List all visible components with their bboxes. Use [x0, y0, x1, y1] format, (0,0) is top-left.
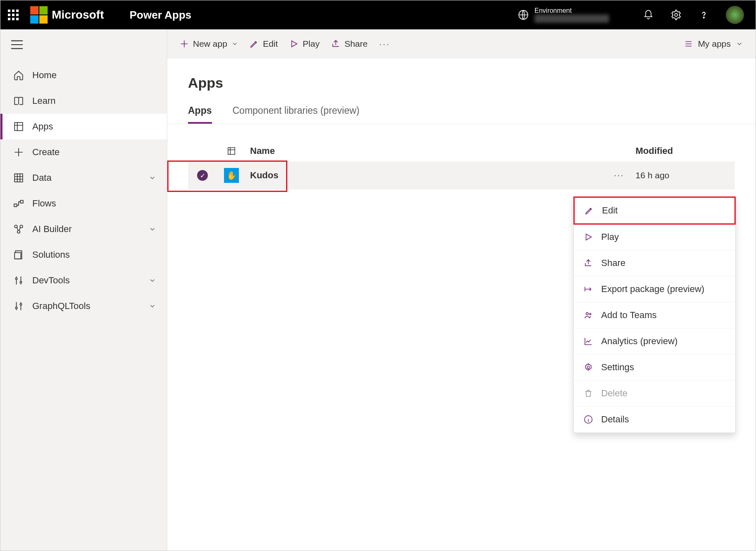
plus-icon	[180, 39, 189, 48]
notifications-icon[interactable]	[643, 10, 654, 20]
info-icon	[583, 415, 594, 424]
ctx-label: Delete	[601, 388, 628, 399]
ctx-details[interactable]: Details	[574, 407, 735, 433]
sidebar-item-create[interactable]: Create	[0, 139, 167, 165]
ctx-label: Export package (preview)	[601, 284, 704, 295]
row-more-button[interactable]: ···	[602, 170, 636, 181]
ctx-export[interactable]: Export package (preview)	[574, 276, 735, 302]
environment-picker[interactable]: Environment	[518, 7, 609, 23]
tab-apps[interactable]: Apps	[188, 99, 212, 124]
pencil-icon	[584, 206, 595, 215]
export-icon	[583, 285, 594, 294]
view-selector[interactable]: My apps	[684, 39, 743, 49]
sidebar-item-label: DevTools	[32, 275, 70, 286]
sidebar-item-label: Flows	[32, 198, 56, 209]
edit-button[interactable]: Edit	[250, 39, 278, 49]
tab-component-libraries[interactable]: Component libraries (preview)	[233, 99, 360, 124]
teams-icon	[583, 311, 594, 320]
cmd-label: Edit	[263, 39, 278, 49]
sidebar-item-learn[interactable]: Learn	[0, 88, 167, 114]
context-menu: Edit Play Share Export package (preview)…	[573, 196, 736, 433]
ctx-label: Analytics (preview)	[601, 336, 678, 347]
view-label: My apps	[698, 39, 731, 49]
svg-point-19	[587, 366, 590, 369]
pencil-icon	[250, 39, 259, 48]
ctx-share[interactable]: Share	[574, 250, 735, 276]
help-icon[interactable]	[698, 10, 709, 20]
share-icon	[583, 259, 594, 268]
ctx-play[interactable]: Play	[574, 224, 735, 250]
cmd-label: Share	[344, 39, 368, 49]
app-name[interactable]: Kudos	[246, 170, 602, 181]
checkmark-icon[interactable]: ✓	[197, 170, 208, 181]
ctx-label: Settings	[601, 362, 634, 373]
sidebar-item-label: Apps	[32, 121, 53, 132]
chevron-down-icon	[231, 41, 238, 47]
top-bar: Microsoft Power Apps Environment	[0, 0, 756, 29]
svg-point-17	[586, 313, 589, 315]
tabs: Apps Component libraries (preview)	[167, 99, 756, 124]
app-modified: 16 h ago	[636, 170, 735, 180]
sidebar-item-label: Data	[32, 172, 51, 183]
table-row[interactable]: ✓ ✋ Kudos ··· 16 h ago	[188, 161, 735, 189]
sidebar-item-graphqltools[interactable]: GraphQLTools	[0, 293, 167, 319]
sidebar-item-apps[interactable]: Apps	[0, 114, 167, 139]
sidebar-item-solutions[interactable]: Solutions	[0, 242, 167, 268]
sidebar-item-home[interactable]: Home	[0, 62, 167, 88]
svg-point-14	[15, 307, 17, 309]
chevron-down-icon	[149, 225, 156, 233]
svg-point-18	[590, 313, 591, 315]
chevron-down-icon	[736, 40, 743, 48]
app-launcher-icon[interactable]	[8, 10, 19, 20]
svg-rect-5	[14, 204, 17, 207]
chevron-down-icon	[149, 302, 156, 310]
cmd-label: Play	[303, 39, 320, 49]
app-icon: ✋	[224, 168, 239, 183]
sidebar: Home Learn Apps Create Data Flows AI Bui…	[0, 29, 167, 551]
product-name: Power Apps	[130, 9, 191, 22]
chevron-down-icon	[149, 174, 156, 182]
sidebar-item-devtools[interactable]: DevTools	[0, 268, 167, 293]
globe-icon	[518, 10, 529, 20]
ctx-label: Edit	[602, 205, 618, 216]
sidebar-item-data[interactable]: Data	[0, 165, 167, 191]
sidebar-item-label: Learn	[32, 96, 55, 106]
col-header-name[interactable]: Name	[246, 146, 602, 156]
gear-icon	[583, 363, 594, 372]
ctx-settings[interactable]: Settings	[574, 355, 735, 381]
ctx-teams[interactable]: Add to Teams	[574, 302, 735, 328]
ctx-analytics[interactable]: Analytics (preview)	[574, 328, 735, 355]
ctx-label: Play	[601, 232, 619, 242]
list-icon	[684, 39, 693, 48]
environment-value	[534, 14, 609, 23]
microsoft-logo[interactable]: Microsoft	[30, 6, 104, 24]
svg-point-2	[703, 17, 704, 18]
environment-label: Environment	[534, 7, 609, 14]
svg-rect-11	[14, 253, 21, 259]
share-icon	[331, 39, 340, 48]
svg-point-15	[20, 304, 22, 305]
main-content: New app Edit Play Share ··· My apps Apps…	[167, 29, 756, 551]
svg-rect-6	[20, 200, 23, 203]
play-button[interactable]: Play	[289, 39, 320, 49]
share-button[interactable]: Share	[331, 39, 368, 49]
play-icon	[289, 39, 299, 48]
play-icon	[583, 232, 594, 242]
svg-point-12	[15, 278, 17, 280]
new-app-button[interactable]: New app	[180, 39, 238, 49]
sidebar-item-flows[interactable]: Flows	[0, 191, 167, 216]
hamburger-icon[interactable]	[0, 34, 167, 55]
avatar[interactable]	[726, 6, 744, 24]
settings-icon[interactable]	[670, 9, 682, 21]
svg-rect-16	[228, 148, 235, 155]
sidebar-item-ai-builder[interactable]: AI Builder	[0, 216, 167, 242]
cmd-label: New app	[193, 39, 227, 49]
svg-point-13	[20, 281, 22, 283]
ctx-edit[interactable]: Edit	[573, 196, 736, 225]
ctx-label: Details	[601, 414, 629, 425]
ctx-delete: Delete	[574, 381, 735, 407]
col-header-modified[interactable]: Modified	[636, 146, 735, 156]
command-bar: New app Edit Play Share ··· My apps	[167, 29, 756, 58]
overflow-button[interactable]: ···	[379, 39, 390, 49]
svg-rect-3	[14, 122, 23, 131]
